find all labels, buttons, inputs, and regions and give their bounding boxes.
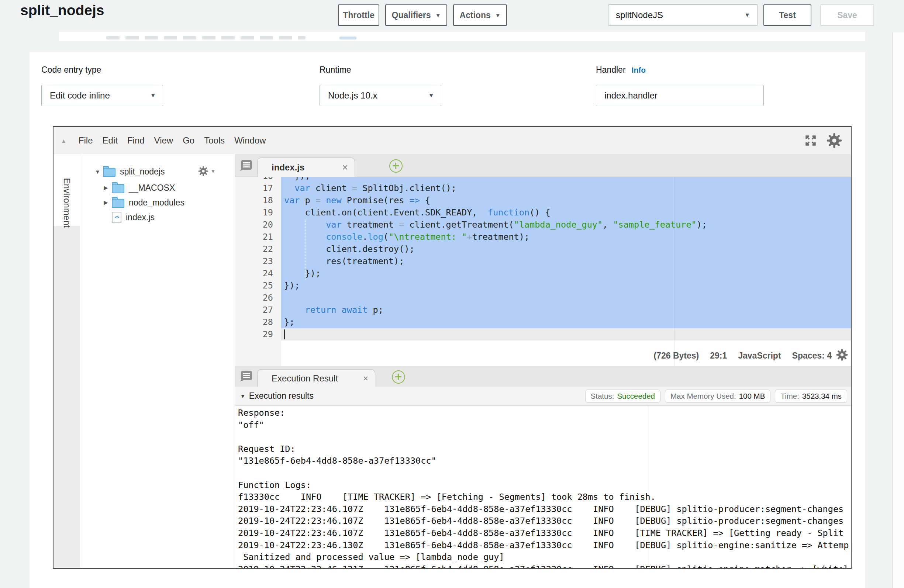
save-button[interactable]: Save xyxy=(820,5,874,26)
page-scrollbar[interactable] xyxy=(892,32,904,588)
environment-tab[interactable]: Environment xyxy=(54,154,80,226)
execution-badges: Status: Succeeded Max Memory Used: 100 M… xyxy=(585,390,847,403)
cursor-position[interactable]: 29:1 xyxy=(710,351,727,361)
status-value: Succeeded xyxy=(617,392,655,401)
menu-go[interactable]: Go xyxy=(178,135,199,146)
close-tab-icon[interactable]: × xyxy=(354,373,368,384)
menu-file[interactable]: File xyxy=(74,135,98,146)
clipped-content-remnant xyxy=(106,36,305,40)
handler-info-link[interactable]: Info xyxy=(632,66,646,74)
time-label: Time: xyxy=(781,392,799,401)
chevron-down-icon: ▼ xyxy=(495,12,501,19)
code-line[interactable] xyxy=(284,292,707,304)
log-line xyxy=(238,467,849,479)
log-line: 2019-10-24T22:23:46.107Z 131e865f-6eb4-4… xyxy=(238,515,849,527)
tree-settings-button[interactable]: ▼ xyxy=(198,165,215,177)
left-dock: Environment xyxy=(54,154,80,568)
log-line: 2019-10-24T22:23:46.107Z 131e865f-6eb4-4… xyxy=(238,503,849,515)
code-lines: }); var client = SplitObj.client();var p… xyxy=(284,177,707,340)
tree-item-macosx[interactable]: ▶ __MACOSX xyxy=(104,181,175,195)
code-entry-type-value: Edit code inline xyxy=(50,90,110,101)
folder-icon xyxy=(112,199,124,208)
execution-results-toggle[interactable]: ▼ Execution results xyxy=(240,391,314,401)
tree-item-indexjs[interactable]: index.js xyxy=(112,210,155,224)
editor-settings-gear-icon[interactable] xyxy=(835,348,849,363)
tree-root-split-nodejs[interactable]: ▼ split_nodejs xyxy=(95,164,164,179)
menu-window[interactable]: Window xyxy=(229,135,270,146)
tab-list-icon[interactable] xyxy=(239,370,253,383)
close-tab-icon[interactable]: × xyxy=(333,162,348,173)
tab-indexjs[interactable]: index.js × xyxy=(257,158,355,177)
menubar-icons xyxy=(804,127,843,154)
qualifiers-button[interactable]: Qualifiers ▼ xyxy=(385,5,447,26)
chevron-down-icon: ▼ xyxy=(211,169,215,174)
runtime-select[interactable]: Node.js 10.x ▼ xyxy=(319,85,441,106)
indent-setting[interactable]: Spaces: 4 xyxy=(792,351,832,361)
test-event-select[interactable]: splitNodeJS ▼ xyxy=(608,5,758,26)
code-line[interactable]: return await p; xyxy=(284,304,707,316)
collapse-menubar-icon[interactable]: ▲ xyxy=(61,138,66,144)
log-line: "131e865f-6eb4-4dd8-858e-a37ef13330cc" xyxy=(238,455,849,467)
code-entry-type-select[interactable]: Edit code inline ▼ xyxy=(41,85,163,106)
memory-value: 100 MB xyxy=(739,392,765,401)
fullscreen-icon[interactable] xyxy=(804,134,818,147)
actions-button[interactable]: Actions ▼ xyxy=(453,5,507,26)
time-badge: Time: 3523.34 ms xyxy=(775,390,847,403)
file-size: (726 Bytes) xyxy=(653,351,699,361)
tree-item-label: index.js xyxy=(126,212,155,223)
chevron-collapsed-icon[interactable]: ▶ xyxy=(104,199,112,206)
line-number: 19 xyxy=(235,207,273,219)
qualifiers-label: Qualifiers xyxy=(392,10,431,20)
tab-list-icon[interactable] xyxy=(239,160,253,172)
new-tab-button[interactable] xyxy=(389,160,403,172)
handler-input[interactable] xyxy=(596,85,764,106)
tab-execution-result[interactable]: Execution Result × xyxy=(257,369,375,387)
code-line[interactable]: res(treatment); xyxy=(284,255,707,267)
line-number: 23 xyxy=(235,255,273,267)
code-line[interactable]: client.on(client.Event.SDK_READY, functi… xyxy=(284,207,707,219)
menu-view[interactable]: View xyxy=(149,135,178,146)
test-button[interactable]: Test xyxy=(763,5,811,26)
log-line: Request ID: xyxy=(238,443,849,455)
code-line[interactable]: }); xyxy=(284,177,707,182)
page-title: split_nodejs xyxy=(20,2,104,19)
actions-label: Actions xyxy=(459,10,490,20)
code-line[interactable]: console.log("\ntreatment: "+treatment); xyxy=(284,231,707,243)
chevron-expanded-icon[interactable]: ▼ xyxy=(95,169,103,175)
log-line: 2019-10-24T22:23:46.131Z 131e865f-6eb4-4… xyxy=(238,563,849,568)
code-line[interactable]: }; xyxy=(284,316,707,328)
code-line[interactable] xyxy=(284,328,707,340)
tree-item-node-modules[interactable]: ▶ node_modules xyxy=(104,196,185,210)
runtime-label: Runtime xyxy=(319,65,351,75)
chevron-down-icon: ▼ xyxy=(428,92,434,99)
code-line[interactable]: var p = new Promise(res => { xyxy=(284,194,707,207)
menu-items: FileEditFindViewGoToolsWindow xyxy=(74,135,271,146)
code-line[interactable]: var client = SplitObj.client(); xyxy=(284,182,707,194)
code-editor-area[interactable]: 1617181920212223242526272829 }); var cli… xyxy=(235,177,851,366)
new-tab-button[interactable] xyxy=(392,370,405,384)
status-label: Status: xyxy=(591,392,614,401)
execution-output-pane: Response:"off" Request ID:"131e865f-6eb4… xyxy=(235,406,851,568)
editor-zone: index.js × 1617181920212223242526272829 … xyxy=(235,154,851,568)
language-mode[interactable]: JavaScript xyxy=(738,351,781,361)
line-number: 27 xyxy=(235,304,273,316)
code-line[interactable]: var treatment = client.getTreatment("lam… xyxy=(284,219,707,231)
code-line[interactable]: client.destroy(); xyxy=(284,243,707,255)
settings-gear-icon[interactable] xyxy=(826,132,843,149)
memory-badge: Max Memory Used: 100 MB xyxy=(665,390,770,403)
code-line[interactable]: }); xyxy=(284,280,707,292)
throttle-button[interactable]: Throttle xyxy=(338,5,379,26)
chevron-expanded-icon: ▼ xyxy=(240,393,245,399)
execution-tab-row: Execution Result × xyxy=(235,366,851,387)
chevron-down-icon: ▼ xyxy=(435,12,441,19)
menu-tools[interactable]: Tools xyxy=(199,135,229,146)
js-file-icon xyxy=(112,212,122,223)
execution-output-lines: Response:"off" Request ID:"131e865f-6eb4… xyxy=(238,407,849,568)
gear-icon xyxy=(198,165,209,177)
code-line[interactable]: }); xyxy=(284,267,707,280)
chevron-collapsed-icon[interactable]: ▶ xyxy=(104,185,112,191)
menu-edit[interactable]: Edit xyxy=(98,135,123,146)
menu-find[interactable]: Find xyxy=(123,135,149,146)
throttle-label: Throttle xyxy=(343,10,375,20)
line-number: 29 xyxy=(235,328,273,340)
